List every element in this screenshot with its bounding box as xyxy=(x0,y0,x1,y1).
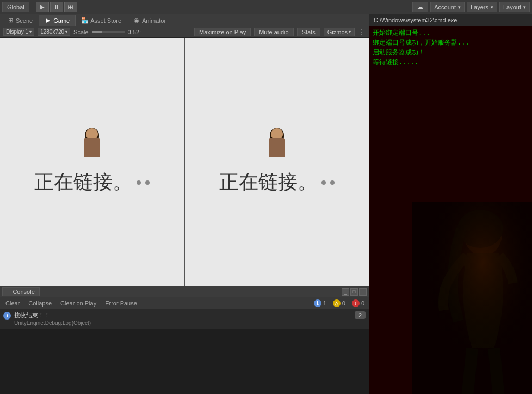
transport-controls: ▶ ⏸ ⏭ xyxy=(36,2,77,12)
log-line2: UnityEngine.Debug:Log(Object) xyxy=(14,320,91,326)
log-count-badge: 2 xyxy=(355,311,366,319)
left-content: ⊞ Scene ▶ Game 🏪 Asset Store ◉ Animator … xyxy=(0,14,369,394)
scale-slider[interactable] xyxy=(92,31,125,33)
console-collapse-button[interactable]: Collapse xyxy=(25,299,55,308)
terminal-line-3: 等待链接..... xyxy=(373,58,529,67)
info-count-value: 1 xyxy=(323,300,326,307)
terminal-panel: C:\Windows\system32\cmd.exe 开始绑定端口号... 绑… xyxy=(369,14,532,394)
connecting-chars-right: 正在链接。 xyxy=(219,169,317,196)
terminal-header: C:\Windows\system32\cmd.exe xyxy=(369,14,532,26)
mute-audio-button[interactable]: Mute audio xyxy=(254,28,293,36)
game-icon: ▶ xyxy=(45,17,51,24)
animator-icon: ◉ xyxy=(133,17,140,24)
console-maximize-button[interactable]: □ xyxy=(350,288,358,296)
connecting-text-left: 正在链接。 xyxy=(34,169,150,196)
console-tab-label: Console xyxy=(13,289,34,295)
dot1-left xyxy=(137,180,141,185)
play-button[interactable]: ▶ xyxy=(36,2,49,12)
scale-label: Scale xyxy=(73,29,89,35)
tab-asset-store[interactable]: 🏪 Asset Store xyxy=(76,15,127,26)
log-info-icon: ℹ xyxy=(3,312,11,320)
account-dropdown[interactable]: Account xyxy=(430,2,465,12)
console-minimize-button[interactable]: _ xyxy=(342,288,349,296)
terminal-content: 开始绑定端口号... 绑定端口号成功，开始服务器... 启动服务器成功！ 等待链… xyxy=(369,26,532,70)
console-clear-button[interactable]: Clear xyxy=(2,299,23,308)
overflow-icon: ⋮ xyxy=(358,28,366,36)
global-button[interactable]: Global xyxy=(2,2,29,12)
layers-dropdown[interactable]: Layers xyxy=(467,2,497,12)
game-panel-right: 正在链接。 xyxy=(184,38,369,286)
viewport-area: 正在链接。 正在链接。 xyxy=(0,38,369,286)
warn-count: △ 0 xyxy=(331,299,348,307)
character-right xyxy=(262,128,292,169)
char-body-right xyxy=(269,138,285,157)
info-count: ℹ 1 xyxy=(312,299,329,307)
silhouette-svg xyxy=(412,202,532,394)
dot2-left xyxy=(145,180,150,185)
char-body-left xyxy=(84,138,100,157)
dot1-right xyxy=(321,180,326,185)
warn-count-value: 0 xyxy=(342,300,345,307)
resolution-select[interactable]: 1280x720 xyxy=(38,28,70,36)
game-view: Display 1 1280x720 Scale 0.52: Maximize … xyxy=(0,26,369,286)
console-tab-icon: ≡ xyxy=(7,289,10,295)
tab-animator[interactable]: ◉ Animator xyxy=(127,15,172,26)
dot2-right xyxy=(330,180,335,185)
display-select[interactable]: Display 1 xyxy=(3,28,34,36)
console-toolbar: Clear Collapse Clear on Play Error Pause… xyxy=(0,297,369,309)
game-panel-left: 正在链接。 xyxy=(0,38,184,286)
pause-button[interactable]: ⏸ xyxy=(50,2,63,12)
connecting-text-right: 正在链接。 xyxy=(219,169,335,196)
tab-bar: ⊞ Scene ▶ Game 🏪 Asset Store ◉ Animator xyxy=(0,14,369,26)
maximize-on-play-button[interactable]: Maximize on Play xyxy=(194,28,251,36)
game-controls-bar: Display 1 1280x720 Scale 0.52: Maximize … xyxy=(0,26,369,38)
console-error-pause-button[interactable]: Error Pause xyxy=(102,299,140,308)
log-item[interactable]: ℹ 接收结束！！ UnityEngine.Debug:Log(Object) 2 xyxy=(0,309,369,329)
console-content: ℹ 接收结束！！ UnityEngine.Debug:Log(Object) 2 xyxy=(0,309,369,394)
terminal-line-2: 启动服务器成功！ xyxy=(373,48,529,58)
silhouette-area xyxy=(412,202,532,394)
tab-scene-label: Scene xyxy=(16,17,33,24)
warn-icon: △ xyxy=(333,299,341,307)
step-button[interactable]: ⏭ xyxy=(64,2,77,12)
cloud-icon: ☁ xyxy=(417,3,423,10)
console-tab[interactable]: ≡ Console xyxy=(2,287,40,296)
terminal-line-1: 绑定端口号成功，开始服务器... xyxy=(373,38,529,48)
error-count: ! 0 xyxy=(350,299,367,307)
console-header: ≡ Console _ □ ⋮ xyxy=(0,286,369,297)
terminal-line-0: 开始绑定端口号... xyxy=(373,28,529,38)
connecting-chars-left: 正在链接。 xyxy=(34,169,132,196)
console-area: ≡ Console _ □ ⋮ Clear Collapse Clear on … xyxy=(0,286,369,394)
asset-store-icon: 🏪 xyxy=(82,17,88,24)
info-icon: ℹ xyxy=(314,299,321,307)
console-header-controls: _ □ ⋮ xyxy=(342,288,367,296)
scale-slider-fill xyxy=(92,31,102,33)
tab-animator-label: Animator xyxy=(142,17,166,24)
error-count-value: 0 xyxy=(361,300,364,307)
character-left xyxy=(77,128,107,169)
cloud-button[interactable]: ☁ xyxy=(412,2,428,12)
error-icon: ! xyxy=(352,299,360,307)
terminal-title: C:\Windows\system32\cmd.exe xyxy=(374,17,457,23)
console-clear-on-play-button[interactable]: Clear on Play xyxy=(57,299,100,308)
top-toolbar: Global ▶ ⏸ ⏭ ☁ Account Layers Layout xyxy=(0,0,532,14)
console-close-button[interactable]: ⋮ xyxy=(359,288,367,296)
log-line1: 接收结束！！ xyxy=(14,311,91,320)
tab-asset-store-label: Asset Store xyxy=(90,17,121,24)
tab-game[interactable]: ▶ Game xyxy=(39,15,76,26)
scene-icon: ⊞ xyxy=(7,17,14,24)
log-text: 接收结束！！ UnityEngine.Debug:Log(Object) xyxy=(14,311,91,326)
stats-button[interactable]: Stats xyxy=(297,28,320,36)
scale-value: 0.52: xyxy=(128,29,141,35)
layout-dropdown[interactable]: Layout xyxy=(499,2,530,12)
tab-game-label: Game xyxy=(53,17,70,24)
tab-scene[interactable]: ⊞ Scene xyxy=(1,15,39,26)
main-layout: ⊞ Scene ▶ Game 🏪 Asset Store ◉ Animator … xyxy=(0,14,532,394)
gizmos-dropdown[interactable]: Gizmos xyxy=(324,28,355,36)
